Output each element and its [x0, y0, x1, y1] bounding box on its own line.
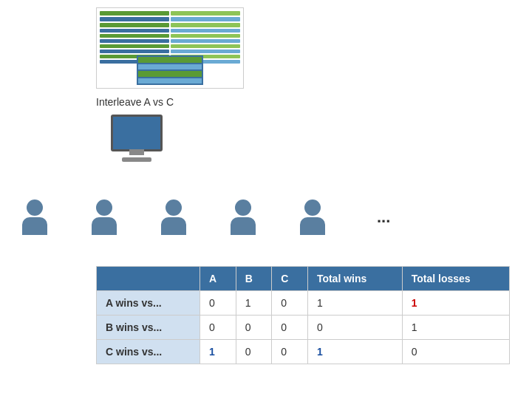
cell-b-b: 0	[236, 316, 272, 340]
cell-c-total-losses: 0	[402, 340, 509, 364]
person-icon-1	[22, 200, 47, 235]
row-label-a: A wins vs...	[97, 291, 200, 316]
col-header-b: B	[236, 267, 272, 291]
doc-center-overlay	[137, 55, 203, 85]
cell-b-total-wins: 0	[307, 316, 402, 340]
row-label-b: B wins vs...	[97, 316, 200, 340]
table-header-row: A B C Total wins Total losses	[97, 267, 510, 291]
document-preview	[96, 7, 244, 89]
cell-b-a: 0	[200, 316, 236, 340]
person-head	[304, 200, 321, 216]
person-body	[161, 217, 186, 235]
cell-a-total-wins: 1	[307, 291, 402, 316]
person-head	[166, 200, 182, 216]
cell-c-total-wins: 1	[307, 340, 402, 364]
interleave-label: Interleave A vs C	[96, 96, 174, 108]
cell-b-total-losses: 1	[402, 316, 509, 340]
person-head	[27, 200, 43, 216]
person-body	[22, 217, 47, 235]
results-table: A B C Total wins Total losses A wins vs.…	[96, 266, 510, 364]
cell-c-b: 0	[236, 340, 272, 364]
monitor-icon	[107, 115, 166, 166]
person-head	[96, 200, 112, 216]
person-body	[300, 217, 325, 235]
persons-row: ...	[22, 200, 390, 235]
person-icon-5	[300, 200, 325, 235]
results-table-container: A B C Total wins Total losses A wins vs.…	[96, 266, 510, 364]
cell-a-b: 1	[236, 291, 272, 316]
col-header-empty	[97, 267, 200, 291]
table-row: A wins vs... 0 1 0 1 1	[97, 291, 510, 316]
person-icon-3	[161, 200, 186, 235]
col-header-c: C	[272, 267, 308, 291]
person-body	[92, 217, 117, 235]
col-header-total-wins: Total wins	[307, 267, 402, 291]
col-header-total-losses: Total losses	[402, 267, 509, 291]
table-row: C wins vs... 1 0 0 1 0	[97, 340, 510, 364]
person-body	[231, 217, 256, 235]
cell-a-c: 0	[272, 291, 308, 316]
col-header-a: A	[200, 267, 236, 291]
cell-c-a: 1	[200, 340, 236, 364]
person-icon-2	[92, 200, 117, 235]
row-label-c: C wins vs...	[97, 340, 200, 364]
cell-a-a: 0	[200, 291, 236, 316]
cell-a-total-losses: 1	[402, 291, 509, 316]
more-persons-ellipsis: ...	[377, 208, 390, 227]
table-row: B wins vs... 0 0 0 0 1	[97, 316, 510, 340]
person-head	[235, 200, 251, 216]
cell-b-c: 0	[272, 316, 308, 340]
person-icon-4	[231, 200, 256, 235]
cell-c-c: 0	[272, 340, 308, 364]
